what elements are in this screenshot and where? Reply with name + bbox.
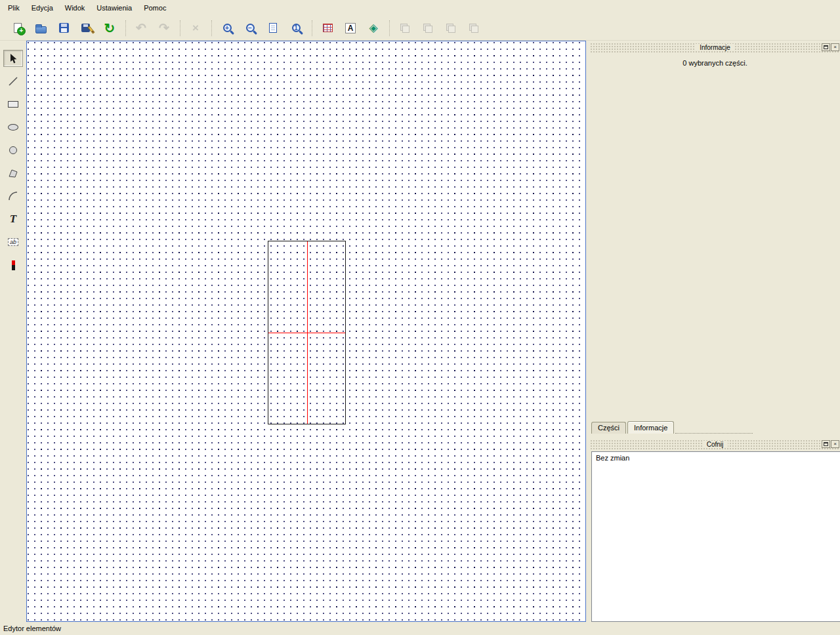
zoom-fit-button[interactable] (264, 19, 282, 37)
tool-palette: T ab (0, 41, 26, 622)
polygon-icon (8, 169, 18, 178)
save-as-icon (81, 22, 93, 33)
open-folder-icon (35, 26, 47, 33)
zoom-out-button[interactable]: − (241, 19, 259, 37)
undo-dock-titlebar[interactable]: Cofnij × (590, 440, 840, 449)
toolbar-separator (389, 20, 390, 36)
toolbar-separator (125, 20, 126, 36)
arc-icon (8, 191, 18, 201)
selection-info-message: 0 wybranych części. (590, 52, 840, 67)
send-backward-button[interactable] (465, 19, 483, 37)
text-field-icon: ab (8, 238, 18, 246)
undo-dock-title: Cofnij (702, 441, 728, 448)
hotspot-target-icon: ◈ (369, 22, 377, 33)
names-grid-icon (323, 24, 333, 32)
zoom-in-icon: + (223, 24, 232, 32)
undo-history-list[interactable]: Bez zmian (591, 451, 840, 622)
new-document-icon (14, 23, 22, 33)
raise-icon (400, 23, 410, 33)
float-icon (824, 45, 828, 49)
float-icon (824, 442, 828, 446)
select-tool-button[interactable] (3, 50, 23, 67)
redo-icon: ↷ (159, 22, 169, 34)
terminal-tool-button[interactable] (3, 256, 23, 274)
undo-button[interactable]: ↶ (132, 19, 150, 37)
text-a-icon: A (345, 23, 356, 33)
menu-bar: Plik Edycja Widok Ustawienia Pomoc (0, 0, 840, 16)
zoom-fit-icon (269, 23, 277, 33)
info-dock: Informacje × 0 wybranych części. Części … (590, 41, 840, 434)
tab-czesci[interactable]: Części (591, 422, 626, 434)
send-backward-icon (469, 23, 479, 33)
main-toolbar: ↻ ↶ ↷ × + − 1 A ◈ (0, 16, 840, 41)
right-dock-area: Informacje × 0 wybranych części. Części … (590, 41, 840, 622)
zoom-reset-icon: 1 (292, 24, 301, 32)
delete-button[interactable]: × (186, 19, 205, 37)
bring-forward-button[interactable] (442, 19, 460, 37)
menu-pomoc[interactable]: Pomoc (138, 1, 172, 14)
dock-tab-bar: Części Informacje (590, 420, 840, 434)
reload-button[interactable]: ↻ (100, 19, 119, 37)
text-field-tool-button[interactable]: ab (3, 234, 23, 251)
rectangle-icon (8, 101, 18, 108)
undo-dock-close-button[interactable]: × (831, 440, 839, 448)
lower-icon (423, 23, 433, 33)
terminal-icon (12, 260, 15, 270)
toolbar-separator (312, 20, 312, 36)
info-dock-title: Informacje (695, 44, 735, 51)
raise-button[interactable] (396, 19, 414, 37)
edit-hotspot-button[interactable]: ◈ (364, 19, 383, 37)
info-dock-close-button[interactable]: × (831, 43, 839, 51)
ellipse-icon (8, 124, 18, 131)
new-document-button[interactable] (9, 19, 27, 37)
text-tool-button[interactable]: T (3, 211, 23, 228)
delete-icon: × (192, 22, 199, 33)
info-dock-float-button[interactable] (822, 43, 830, 51)
edit-texts-button[interactable]: A (341, 19, 360, 37)
status-text: Edytor elementów (3, 625, 61, 632)
element-outline[interactable] (268, 241, 346, 424)
lower-button[interactable] (419, 19, 437, 37)
arc-tool-button[interactable] (3, 188, 23, 205)
cursor-arrow-icon (9, 53, 18, 64)
bring-forward-icon (446, 23, 456, 33)
text-t-icon: T (10, 213, 16, 226)
toolbar-separator (211, 20, 212, 36)
circle-tool-button[interactable] (3, 142, 23, 159)
close-icon: × (833, 45, 837, 50)
info-dock-titlebar[interactable]: Informacje × (590, 43, 840, 52)
polygon-tool-button[interactable] (3, 165, 23, 182)
undo-dock: Cofnij × Bez zmian (590, 438, 840, 622)
menu-plik[interactable]: Plik (2, 1, 26, 14)
rectangle-tool-button[interactable] (3, 96, 23, 113)
undo-icon: ↶ (136, 22, 146, 34)
status-bar: Edytor elementów (0, 622, 840, 635)
drawing-canvas[interactable] (26, 41, 586, 622)
zoom-out-icon: − (246, 24, 255, 32)
reload-icon: ↻ (104, 22, 116, 35)
menu-ustawienia[interactable]: Ustawienia (91, 1, 138, 14)
edit-names-button[interactable] (318, 19, 337, 37)
toolbar-separator (180, 20, 180, 36)
undo-dock-float-button[interactable] (822, 440, 830, 448)
close-icon: × (833, 441, 837, 447)
open-document-button[interactable] (32, 19, 50, 37)
line-icon (8, 76, 18, 87)
save-button[interactable] (54, 19, 73, 37)
menu-edycja[interactable]: Edycja (26, 1, 59, 14)
undo-history-item[interactable]: Bez zmian (594, 453, 838, 462)
line-tool-button[interactable] (3, 73, 23, 90)
hotspot-cross-horizontal (268, 333, 345, 333)
redo-button[interactable]: ↷ (155, 19, 173, 37)
circle-icon (9, 146, 17, 154)
tab-informacje[interactable]: Informacje (627, 421, 674, 434)
main-area: T ab Informacje × 0 wybranych części. Cz… (0, 41, 840, 622)
menu-widok[interactable]: Widok (59, 1, 91, 14)
save-icon (59, 23, 69, 33)
zoom-in-button[interactable]: + (218, 19, 236, 37)
save-as-button[interactable] (77, 19, 96, 37)
zoom-reset-button[interactable]: 1 (287, 19, 305, 37)
ellipse-tool-button[interactable] (3, 119, 23, 136)
